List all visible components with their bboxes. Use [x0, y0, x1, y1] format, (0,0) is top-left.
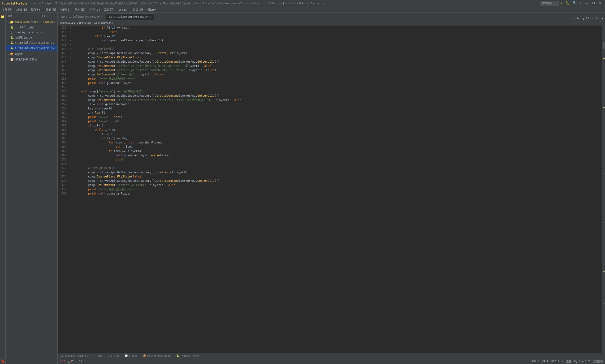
debug-icon[interactable]: 🐛: [565, 1, 571, 6]
menu-vcs[interactable]: VCS(S): [117, 7, 131, 13]
status-line-ending[interactable]: CRLF: [542, 360, 549, 363]
code-line-365: if li[i] == key:: [75, 136, 602, 140]
menu-edit[interactable]: 编辑(E): [15, 7, 29, 13]
tab-version-control[interactable]: ⎇ Version Control: [58, 353, 91, 359]
status-right: 190:1 CRLF UTF-8 4个空格 Python 2.7 设置件数: [531, 360, 603, 363]
bottom-tabs: ⎇ Version Control ✓ TODO ⚠ 0 问题 ⚪ 0 服务 📦…: [58, 353, 605, 359]
sidebar-settings-icon[interactable]: ⚙: [41, 14, 43, 17]
info-icon: ◦: [77, 360, 78, 363]
sidebar-add-icon[interactable]: +: [54, 14, 55, 17]
tab-problems[interactable]: ⚠ 0 问题: [105, 353, 122, 359]
fold-366[interactable]: ▾: [68, 42, 73, 47]
code-line-358: key = playerId: [75, 106, 602, 111]
bookmark-icon[interactable]: 🔖: [0, 358, 6, 364]
tree-item-temp[interactable]: ▸ 📋 临时文件和控制台: [6, 57, 57, 62]
right-scroll-gutter[interactable]: [602, 26, 605, 353]
maximize-btn[interactable]: □: [591, 1, 596, 6]
file-tabs: tutorialClientSystem.py ✕ tutorialServer…: [58, 13, 605, 20]
menu-refactor[interactable]: 重构(R): [73, 7, 88, 13]
run-icon[interactable]: ▶: [560, 1, 564, 6]
tree-item-init[interactable]: 🐍 __init__.py: [6, 25, 57, 30]
code-content[interactable]: if li[i] == key: break elif i == 0: self…: [73, 26, 602, 353]
status-error[interactable]: ✕ 14: [60, 360, 65, 363]
tab-server-close[interactable]: ✕: [149, 15, 151, 18]
error-icon: ✕: [60, 360, 61, 363]
tree-temp-arrow: ▸: [8, 58, 9, 61]
tab-console-label: Python 控制台: [180, 354, 199, 358]
tab-client-close[interactable]: ✕: [101, 15, 103, 18]
menu-nav[interactable]: 导航(N): [44, 7, 58, 13]
tab-client[interactable]: tutorialClientSystem.py ✕: [58, 13, 106, 20]
sidebar-header: 项目 ▾ ⚙ ≡ ÷ ≈ — +: [6, 13, 57, 19]
menu-run[interactable]: 运行(U): [88, 7, 102, 13]
code-line-370: break: [75, 157, 602, 162]
project-icon[interactable]: 📁: [0, 14, 6, 19]
menu-code[interactable]: 代码(C): [58, 7, 73, 13]
close-btn[interactable]: ✕: [597, 1, 603, 6]
tree-root[interactable]: ▾ 📁 tutorialScripts E:\蛋蛋\我的世界\我的世界地图\我.…: [6, 19, 57, 25]
problems-icon: ⚠: [108, 354, 110, 357]
status-charset[interactable]: UTF-8: [551, 360, 559, 363]
tab-server[interactable]: tutorialServerSystem.py ✕: [106, 13, 154, 20]
sidebar-tree: ▾ 📁 tutorialScripts E:\蛋蛋\我的世界\我的世界地图\我.…: [6, 19, 57, 364]
sidebar-title: 项目 ▾: [8, 14, 16, 18]
sidebar-sort-icon[interactable]: ÷: [47, 14, 48, 17]
add-config-button[interactable]: 添加配置...: [540, 1, 559, 6]
status-cursor[interactable]: 190:1: [531, 360, 539, 363]
status-python-version[interactable]: Python 2.7: [574, 360, 590, 363]
minimize-btn[interactable]: —: [583, 1, 590, 6]
menu-window[interactable]: 窗口(W): [131, 7, 145, 13]
editor-area: tutorialClientSystem.py ✕ tutorialServer…: [58, 13, 605, 364]
menu-tools[interactable]: 工具(T): [102, 7, 117, 13]
packages-icon: 📦: [143, 354, 146, 357]
code-line-363: while i > 0:: [75, 128, 602, 132]
search-icon[interactable]: 🔍: [572, 1, 578, 6]
status-indent[interactable]: 4个空格: [562, 360, 571, 363]
warning-count: ⚠ 14 △ 37 ◦ 34 ▾: [573, 17, 603, 20]
sidebar-collapse-icon[interactable]: —: [51, 14, 53, 17]
sidebar-more-icon[interactable]: ≈: [49, 14, 51, 17]
code-line-341: elif i == 0:: [75, 34, 602, 38]
tree-item-config[interactable]: {} config_data.json: [6, 30, 57, 35]
tree-item-client[interactable]: 🐍 tutorialClientSystem.py: [6, 40, 57, 45]
breadcrumb-class[interactable]: TutorialServerSystem: [60, 21, 91, 24]
code-line-352: print self.guanzhanPlayer: [75, 81, 602, 85]
code-editor: 339 340 341 342 343 344 345 346 347 348 …: [58, 26, 605, 353]
tree-item-external[interactable]: ▸ 📦 外部库: [6, 52, 57, 57]
tab-todo[interactable]: ✓ TODO: [91, 353, 105, 359]
status-warning[interactable]: △ 37: [68, 360, 74, 363]
fold-368[interactable]: ▾: [68, 47, 73, 51]
fold-365[interactable]: ▾: [68, 38, 73, 42]
menu-bar: 文件(F) 编辑(E) 视图(V) 导航(N) 代码(C) 重构(R) 运行(U…: [0, 7, 605, 13]
menu-help[interactable]: 帮助(H): [145, 7, 160, 13]
settings-icon[interactable]: ⚙: [579, 1, 582, 6]
code-line-375: comp = serverApi.GetEngineCompFactory().…: [75, 179, 602, 183]
tree-temp-icon: 📋: [10, 58, 13, 61]
fold-363[interactable]: ▾: [68, 34, 73, 38]
window-controls: 添加配置... ▶ 🐛 🔍 ⚙ — □ ✕: [540, 1, 603, 6]
code-line-368: if item == playerId:: [75, 149, 602, 153]
status-settings[interactable]: 设置件数: [593, 360, 603, 363]
tree-item-server[interactable]: 🐍 tutorialServerSystem.py: [6, 45, 57, 51]
warning-count-status: 37: [71, 360, 74, 363]
line-numbers: 339 340 341 342 343 344 345 346 347 348 …: [58, 26, 68, 353]
fold-342[interactable]: ▾: [68, 26, 73, 30]
tree-item-modmain[interactable]: 🐍 modMain.py: [6, 35, 57, 40]
fold-362[interactable]: ▾: [68, 30, 73, 34]
cursor-pos: 190:1: [531, 360, 539, 363]
sidebar-expand-icon[interactable]: ≡: [44, 14, 46, 17]
menu-view[interactable]: 视图(V): [29, 7, 44, 13]
status-info[interactable]: ◦ 34: [77, 360, 82, 363]
code-line-362: if i != 0:: [75, 123, 602, 128]
tab-services-label: 0 服务: [129, 354, 137, 358]
status-bar: ✕ 14 △ 37 ◦ 34 190:1 CRLF UTF-8: [58, 359, 605, 364]
tab-python-console[interactable]: 🐍 Python 控制台: [173, 353, 202, 359]
menu-file[interactable]: 文件(F): [0, 7, 15, 13]
tab-python-packages[interactable]: 📦 Python Packages: [140, 353, 173, 359]
fold-369[interactable]: ▾: [68, 51, 73, 55]
fold-370[interactable]: ▾: [68, 55, 73, 60]
tab-services[interactable]: ⚪ 0 服务: [122, 353, 140, 359]
breadcrumb-method[interactable]: ListenEvent(): [94, 21, 115, 24]
code-line-371: [75, 162, 602, 166]
check-icon: ✓: [94, 354, 95, 357]
